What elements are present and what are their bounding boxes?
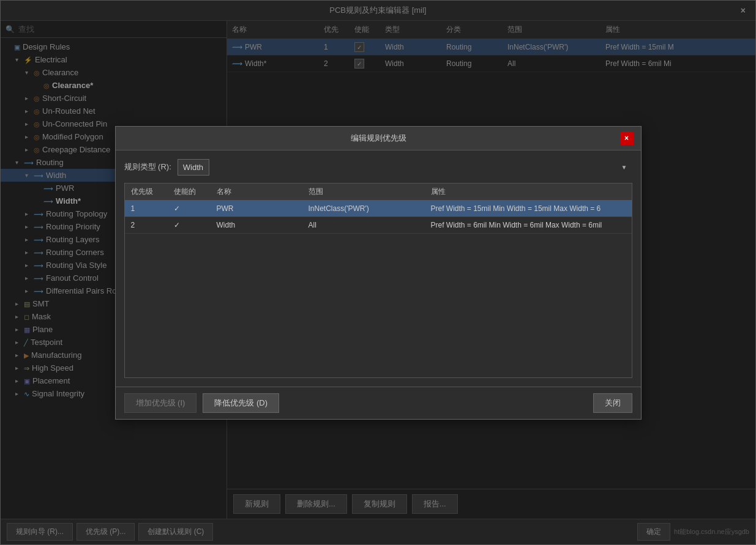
modal-table-body: 1 ✓ PWR InNetClass('PWR') Pref Width = 1… (125, 201, 632, 377)
modal-title: 编辑规则优先级 (138, 133, 620, 144)
modal-overlay: 编辑规则优先级 × 规则类型 (R): Width ▼ (1, 1, 755, 544)
chevron-down-icon: ▼ (621, 164, 627, 171)
mtd-attr: Pref Width = 15mil Min Width = 15mil Max… (425, 204, 632, 213)
mth-name: 名称 (211, 187, 302, 197)
modal-close-footer-button[interactable]: 关闭 (593, 393, 632, 413)
modal-table-row[interactable]: 1 ✓ PWR InNetClass('PWR') Pref Width = 1… (125, 201, 632, 217)
main-window: PCB规则及约束编辑器 [mil] × 🔍 ▣ Design Rules ▾ ⚡… (0, 0, 756, 545)
mtd-priority: 1 (125, 204, 168, 213)
rule-type-row: 规则类型 (R): Width ▼ (124, 159, 632, 176)
rule-type-select-wrapper: Width ▼ (178, 159, 632, 176)
mth-scope: 范围 (302, 187, 425, 197)
rule-type-select[interactable]: Width (178, 159, 209, 176)
mtd-scope: All (302, 221, 425, 229)
modal-table: 优先级 使能的 名称 范围 属性 1 ✓ PWR InNe (124, 183, 632, 378)
modal-body: 规则类型 (R): Width ▼ 优先级 使能的 名称 范围 (116, 150, 641, 387)
mtd-name: Width (211, 221, 302, 229)
modal-dialog: 编辑规则优先级 × 规则类型 (R): Width ▼ (115, 126, 642, 420)
mtd-name: PWR (211, 204, 302, 213)
modal-table-row[interactable]: 2 ✓ Width All Pref Width = 6mil Min Widt… (125, 217, 632, 234)
modal-footer: 增加优先级 (I) 降低优先级 (D) 关闭 (116, 387, 641, 419)
mth-attr: 属性 (425, 187, 632, 197)
modal-title-bar: 编辑规则优先级 × (116, 127, 641, 150)
modal-table-header: 优先级 使能的 名称 范围 属性 (125, 184, 632, 201)
modal-close-button[interactable]: × (620, 132, 634, 145)
add-priority-button[interactable]: 增加优先级 (I) (124, 393, 197, 413)
decrease-priority-button[interactable]: 降低优先级 (D) (203, 393, 279, 413)
mtd-enabled[interactable]: ✓ (168, 221, 211, 229)
mtd-priority: 2 (125, 221, 168, 229)
mth-priority: 优先级 (125, 187, 168, 197)
rule-type-label: 规则类型 (R): (124, 161, 171, 172)
mtd-enabled[interactable]: ✓ (168, 204, 211, 213)
mtd-scope: InNetClass('PWR') (302, 204, 425, 213)
mth-enabled: 使能的 (168, 187, 211, 197)
mtd-attr: Pref Width = 6mil Min Width = 6mil Max W… (425, 221, 632, 229)
